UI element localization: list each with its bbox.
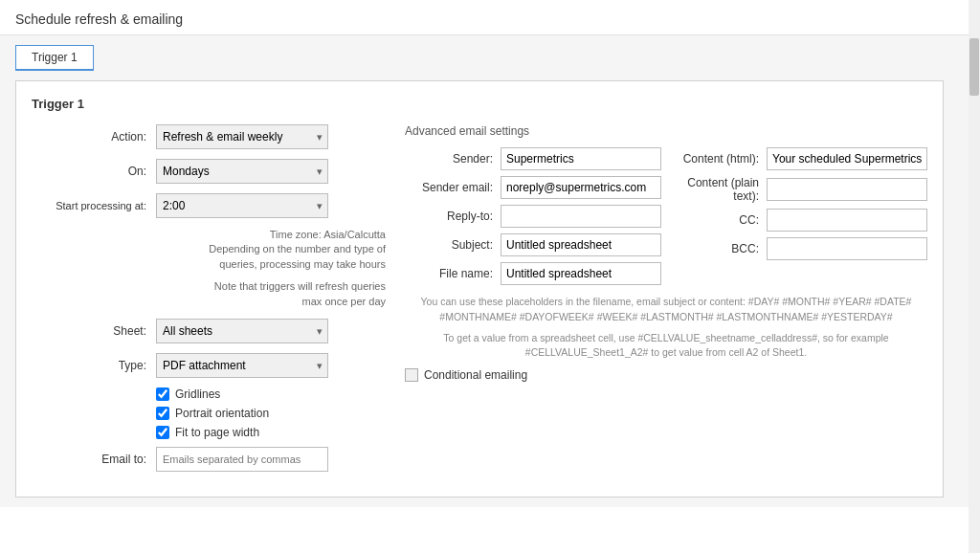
cc-label: CC: bbox=[671, 213, 767, 227]
page-title: Schedule refresh & emailing bbox=[15, 11, 183, 27]
subject-row: Subject: bbox=[405, 233, 661, 256]
content-html-row: Content (html): bbox=[671, 147, 927, 170]
sheet-select[interactable]: All sheets bbox=[156, 319, 328, 343]
trigger-title: Trigger 1 bbox=[32, 97, 927, 111]
reply-to-input[interactable] bbox=[501, 205, 661, 228]
adv-right-col: Content (html): Content (plain text): CC… bbox=[671, 147, 927, 285]
gridlines-row: Gridlines bbox=[156, 387, 386, 401]
conditional-row: Conditional emailing bbox=[405, 368, 927, 382]
bcc-row: BCC: bbox=[671, 237, 927, 260]
action-label: Action: bbox=[32, 130, 156, 144]
start-row: Start processing at: 2:00 bbox=[32, 193, 386, 218]
fitpage-checkbox[interactable] bbox=[156, 426, 169, 439]
on-select[interactable]: Mondays bbox=[156, 159, 328, 184]
filename-input[interactable] bbox=[501, 262, 661, 285]
sheet-row: Sheet: All sheets bbox=[32, 319, 386, 343]
placeholder-note: You can use these placeholders in the fi… bbox=[405, 295, 927, 325]
start-label: Start processing at: bbox=[32, 200, 156, 211]
portrait-row: Portrait orientation bbox=[156, 407, 386, 420]
filename-row: File name: bbox=[405, 262, 661, 285]
content-html-label: Content (html): bbox=[671, 152, 767, 166]
tab-trigger1[interactable]: Trigger 1 bbox=[15, 45, 94, 71]
timezone-note: Time zone: Asia/Calcutta Depending on th… bbox=[156, 228, 386, 272]
type-select-wrapper[interactable]: PDF attachment bbox=[156, 353, 328, 378]
sender-email-row: Sender email: bbox=[405, 176, 661, 199]
sheet-label: Sheet: bbox=[32, 324, 156, 338]
bcc-input[interactable] bbox=[767, 237, 927, 260]
fitpage-row: Fit to page width bbox=[156, 426, 386, 439]
trigger-note: Note that triggers will refresh queries … bbox=[156, 279, 386, 309]
tab-bar: Trigger 1 bbox=[15, 45, 965, 71]
portrait-checkbox[interactable] bbox=[156, 407, 169, 420]
content-html-input[interactable] bbox=[767, 147, 927, 170]
bcc-label: BCC: bbox=[671, 242, 767, 255]
type-select[interactable]: PDF attachment bbox=[156, 353, 328, 378]
action-row: Action: Refresh & email weekly bbox=[32, 124, 386, 149]
conditional-checkbox[interactable] bbox=[405, 368, 418, 382]
start-select-wrapper[interactable]: 2:00 bbox=[156, 193, 328, 218]
email-row: Email to: bbox=[32, 447, 386, 472]
sheet-select-wrapper[interactable]: All sheets bbox=[156, 319, 328, 343]
scrollbar-thumb[interactable] bbox=[969, 38, 979, 96]
on-row: On: Mondays bbox=[32, 159, 386, 184]
gridlines-checkbox[interactable] bbox=[156, 387, 169, 401]
adv-left-col: Sender: Sender email: Reply-to: bbox=[405, 147, 661, 285]
reply-to-label: Reply-to: bbox=[405, 210, 501, 223]
scrollbar-track[interactable] bbox=[969, 0, 980, 553]
content-plain-label: Content (plain text): bbox=[671, 176, 767, 203]
subject-label: Subject: bbox=[405, 238, 501, 252]
action-select-wrapper[interactable]: Refresh & email weekly bbox=[156, 124, 328, 149]
advanced-title: Advanced email settings bbox=[405, 124, 927, 138]
cc-input[interactable] bbox=[767, 209, 927, 232]
action-select[interactable]: Refresh & email weekly bbox=[156, 124, 328, 149]
subject-input[interactable] bbox=[501, 233, 661, 256]
right-section: Advanced email settings Sender: Sender e… bbox=[405, 124, 927, 481]
fitpage-label: Fit to page width bbox=[175, 426, 259, 439]
sender-row: Sender: bbox=[405, 147, 661, 170]
content-plain-row: Content (plain text): bbox=[671, 176, 927, 203]
cellvalue-note: To get a value from a spreadsheet cell, … bbox=[405, 331, 927, 362]
email-input[interactable] bbox=[156, 447, 328, 472]
start-select[interactable]: 2:00 bbox=[156, 193, 328, 218]
email-label: Email to: bbox=[32, 453, 156, 466]
on-select-wrapper[interactable]: Mondays bbox=[156, 159, 328, 184]
sender-label: Sender: bbox=[405, 152, 501, 166]
filename-label: File name: bbox=[405, 267, 501, 280]
reply-to-row: Reply-to: bbox=[405, 205, 661, 228]
portrait-label: Portrait orientation bbox=[175, 407, 269, 420]
sender-input[interactable] bbox=[501, 147, 661, 170]
sender-email-label: Sender email: bbox=[405, 181, 501, 194]
page-header: Schedule refresh & emailing bbox=[0, 0, 980, 35]
type-label: Type: bbox=[32, 359, 156, 372]
conditional-label: Conditional emailing bbox=[424, 368, 527, 382]
gridlines-label: Gridlines bbox=[175, 387, 220, 401]
sender-email-input[interactable] bbox=[501, 176, 661, 199]
content-plain-input[interactable] bbox=[767, 178, 927, 201]
advanced-grid: Sender: Sender email: Reply-to: bbox=[405, 147, 927, 285]
type-row: Type: PDF attachment bbox=[32, 353, 386, 378]
on-label: On: bbox=[32, 165, 156, 178]
left-section: Action: Refresh & email weekly On: Monda… bbox=[32, 124, 386, 481]
trigger-panel: Trigger 1 Action: Refresh & email weekly… bbox=[15, 80, 944, 498]
cc-row: CC: bbox=[671, 209, 927, 232]
